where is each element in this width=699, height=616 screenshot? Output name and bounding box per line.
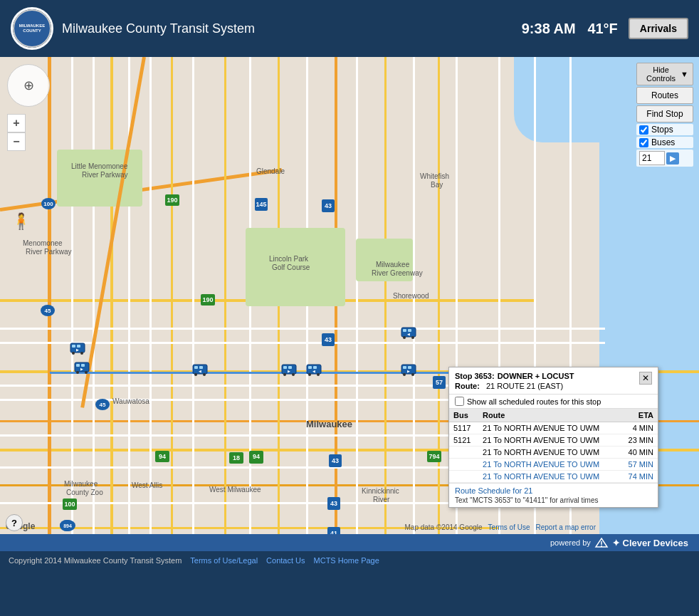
bus-icon-5[interactable]: ◀	[306, 363, 322, 380]
route-value: 21 ROUTE 21 (EAST)	[486, 382, 563, 390]
arrival-route: 21 To NORTH AVENUE TO UWM	[478, 422, 619, 434]
footer-top: powered by ✦ Clever Devices	[0, 534, 699, 551]
label-kinnickinnic: Kinnickinnic	[362, 487, 399, 495]
route-go-button[interactable]: ▶	[666, 152, 679, 165]
table-header-row: Bus Route ETA	[449, 409, 658, 422]
footer-bottom: Copyright 2014 Milwaukee County Transit …	[0, 551, 699, 570]
route-schedule-row: Route Schedule for 21	[455, 486, 652, 495]
arrival-eta: 40 MIN	[619, 447, 658, 459]
contact-link[interactable]: Contact Us	[266, 556, 305, 565]
arrival-route[interactable]: 21 To NORTH AVENUE TO UWM	[478, 471, 619, 483]
svg-text:▶: ▶	[76, 348, 79, 352]
bus-icon-6[interactable]: ▶	[401, 363, 416, 380]
shield-100: 100	[41, 198, 56, 209]
svg-point-28	[317, 373, 320, 376]
shield-41: 41	[327, 527, 340, 534]
shield-43-2: 43	[322, 333, 335, 346]
bus-icon-4[interactable]: ▶	[281, 363, 297, 380]
svg-point-22	[292, 373, 295, 376]
shield-43: 43	[322, 199, 335, 212]
col-route: Route	[478, 409, 619, 422]
svg-point-39	[403, 336, 406, 339]
svg-point-9	[76, 371, 79, 374]
hide-controls-label: Hide Controls	[641, 66, 680, 83]
powered-by-text: powered by	[550, 538, 591, 547]
time-display: 9:38 AM	[522, 21, 576, 36]
shield-94: 94	[155, 451, 169, 462]
svg-rect-1	[72, 345, 75, 348]
label-whitefish: Whitefish	[420, 172, 449, 180]
svg-rect-25	[308, 366, 312, 369]
zoom-in-button[interactable]: +	[7, 114, 26, 132]
svg-rect-13	[194, 366, 198, 369]
table-row: 5117 21 To NORTH AVENUE TO UWM 4 MIN	[449, 422, 658, 434]
bus-icon-1[interactable]: ▶	[70, 342, 85, 358]
map-navigation: ⊕	[7, 64, 50, 107]
route-label: Route:	[455, 382, 483, 390]
svg-point-4	[80, 352, 83, 355]
map-container[interactable]: Little Menomonee River Parkway Glendale …	[0, 57, 699, 534]
find-stop-button[interactable]: Find Stop	[636, 105, 693, 122]
route-schedule-link[interactable]: Route Schedule for 21	[455, 486, 532, 495]
route-number-input[interactable]	[639, 151, 665, 165]
bus-icon-3[interactable]: ◀	[192, 363, 208, 380]
route-input-row: ▶	[636, 150, 693, 167]
arrival-route[interactable]: 21 To NORTH AVENUE TO UWM	[478, 459, 619, 471]
powered-by: powered by ✦ Clever Devices	[550, 537, 688, 548]
bus-icon-7[interactable]: ◀	[401, 326, 416, 343]
arrival-eta: 74 MIN	[619, 471, 658, 483]
arrival-eta: 4 MIN	[619, 422, 658, 434]
shield-894: 894	[60, 520, 75, 531]
arrival-bus	[449, 447, 478, 459]
shield-190: 190	[165, 194, 179, 206]
svg-point-34	[411, 373, 414, 376]
svg-point-44	[601, 545, 602, 547]
svg-point-33	[403, 373, 406, 376]
svg-rect-31	[403, 366, 406, 369]
pan-control[interactable]: ⊕	[7, 64, 50, 107]
stops-checkbox[interactable]	[639, 125, 648, 135]
help-button[interactable]: ?	[6, 514, 23, 531]
shield-794: 794	[427, 451, 441, 462]
arrival-eta: 23 MIN	[619, 434, 658, 447]
zoom-out-button[interactable]: −	[7, 132, 26, 151]
header-right: 9:38 AM 41°F Arrivals	[522, 18, 688, 39]
hide-controls-button[interactable]: Hide Controls ▼	[636, 63, 693, 85]
svg-text:▶: ▶	[80, 367, 83, 371]
arrivals-button[interactable]: Arrivals	[629, 18, 688, 39]
buses-checkbox[interactable]	[639, 138, 648, 147]
table-row: 21 To NORTH AVENUE TO UWM 74 MIN	[449, 471, 658, 483]
arrivals-table: Bus Route ETA 5117 21 To NORTH AVENUE TO…	[449, 409, 658, 483]
svg-text:◀: ◀	[199, 369, 201, 373]
svg-text:◀: ◀	[407, 332, 410, 336]
table-row: 21 To NORTH AVENUE TO UWM 40 MIN	[449, 447, 658, 459]
shield-57: 57	[433, 376, 446, 389]
svg-text:▶: ▶	[407, 369, 410, 373]
show-all-routes-checkbox[interactable]	[455, 397, 464, 406]
popup-close-button[interactable]: ✕	[639, 372, 652, 385]
terms-link[interactable]: Terms of Use/Legal	[190, 556, 258, 565]
stop-number-row: Stop 3653: DOWNER + LOCUST	[455, 372, 639, 380]
report-error-link[interactable]: Report a map error	[536, 523, 596, 531]
clever-devices-icon	[594, 537, 609, 548]
menomonee-park	[57, 150, 142, 207]
sms-info: Text "MCTS 3653" to "41411" for arrival …	[455, 496, 652, 504]
street-view-pegman[interactable]: 🧍	[11, 212, 31, 231]
routes-button[interactable]: Routes	[636, 87, 693, 104]
arrival-bus: 5117	[449, 422, 478, 434]
arrival-route: 21 To NORTH AVENUE TO UWM	[478, 434, 619, 447]
app-title: Milwaukee County Transit System	[62, 21, 255, 36]
label-west-milwaukee: West Milwaukee	[209, 486, 261, 494]
route-number-row: Route: 21 ROUTE 21 (EAST)	[455, 382, 639, 390]
popup-header: Stop 3653: DOWNER + LOCUST Route: 21 ROU…	[449, 367, 658, 395]
river-greenway	[356, 239, 413, 281]
show-all-routes-row: Show all scheduled routes for this stop	[449, 395, 658, 409]
bus-icon-2[interactable]: ▶	[74, 361, 90, 377]
shield-100-2: 100	[63, 498, 77, 510]
home-page-link[interactable]: MCTS Home Page	[314, 556, 379, 565]
shield-43-4: 43	[327, 497, 340, 510]
clever-devices-label: ✦ Clever Devices	[612, 538, 688, 548]
shield-45-2: 45	[95, 399, 110, 410]
label-bay: Bay	[431, 181, 443, 189]
terms-of-use-link[interactable]: Terms of Use	[488, 523, 530, 531]
